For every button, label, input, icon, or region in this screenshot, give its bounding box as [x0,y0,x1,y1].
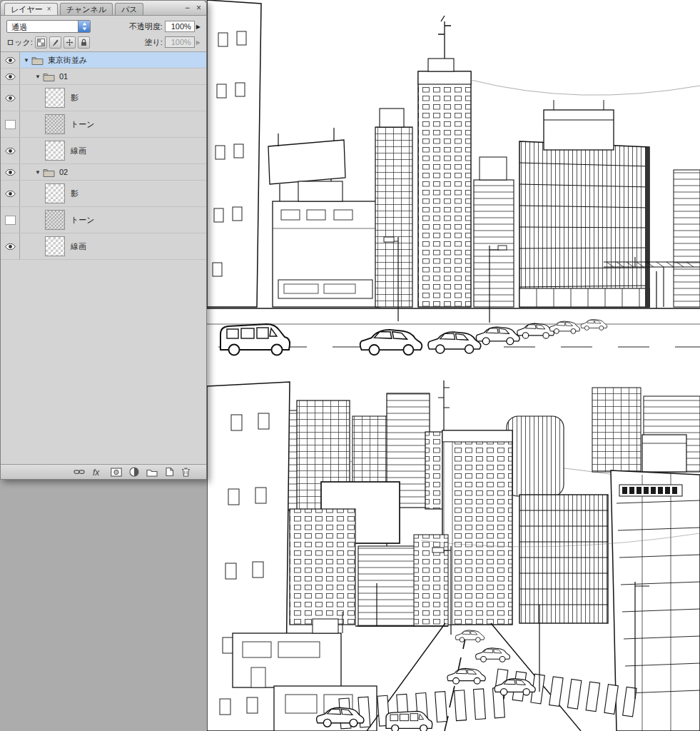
visibility-eye-icon[interactable] [1,52,20,68]
panel-minimize-icon[interactable]: − [185,3,190,13]
visibility-toggle-empty[interactable] [1,207,20,233]
layer-group-row[interactable]: ▼01 [1,69,206,85]
blend-mode-dropdown-icon[interactable] [78,21,90,32]
layer-thumbnail[interactable] [45,183,65,203]
tab-layers-label: レイヤー [11,5,43,14]
tab-channels-label: チャンネル [66,5,106,14]
tab-channels[interactable]: チャンネル [60,3,113,15]
visibility-toggle-empty[interactable] [1,111,20,137]
folder-icon [43,168,55,177]
tab-close-icon[interactable]: × [47,5,51,14]
new-layer-icon[interactable] [165,467,174,477]
layer-thumbnail[interactable] [45,236,65,256]
layer-thumbnail[interactable] [45,88,65,108]
lock-transparent-pixels-icon[interactable] [35,36,47,49]
layer-name: 線画 [71,241,86,252]
lock-label: ロック: [6,37,33,48]
new-adjustment-layer-icon[interactable] [129,467,139,477]
expand-triangle-icon[interactable]: ▼ [35,74,43,80]
layers-panel: レイヤー × チャンネル パス − × 通過 不透明度: 100% ▶ [0,0,207,480]
link-layers-icon[interactable] [73,468,85,476]
panel-close-icon[interactable]: × [196,3,201,13]
expand-triangle-icon[interactable]: ▼ [24,57,31,64]
city-intersection-lineart-svg [207,369,700,731]
layer-row[interactable]: トーン [1,207,206,233]
expand-triangle-icon[interactable]: ▼ [35,169,43,176]
layer-name: 影 [71,93,78,104]
layer-thumbnail[interactable] [45,210,65,230]
layer-name: 線画 [71,146,86,156]
layer-row[interactable]: 影 [1,85,206,111]
fill-input[interactable]: 100% [165,36,195,48]
document-canvas[interactable] [207,0,700,731]
visibility-eye-icon[interactable] [1,233,20,259]
layer-thumbnail[interactable] [45,114,65,134]
lock-image-pixels-icon[interactable] [49,36,61,49]
opacity-label: 不透明度: [129,21,163,32]
folder-icon [43,72,55,81]
city-street-lineart-svg [207,0,700,363]
panel-footer-bar: fx [1,464,206,479]
panel-tab-bar: レイヤー × チャンネル パス − × [1,1,206,16]
layer-name: 01 [59,72,68,81]
add-layer-mask-icon[interactable] [111,468,122,477]
tab-paths[interactable]: パス [115,3,144,15]
layer-row[interactable]: 線画 [1,138,206,164]
layer-name: トーン [71,215,95,226]
visibility-eye-icon[interactable] [1,138,20,163]
svg-text:fx: fx [93,468,100,477]
visibility-eye-icon[interactable] [1,85,20,111]
artwork-image-top [207,0,700,363]
fill-flyout-arrow-icon[interactable]: ▶ [196,39,201,46]
new-group-icon[interactable] [146,468,158,477]
layer-style-fx-icon[interactable]: fx [92,468,103,477]
delete-layer-icon[interactable] [181,467,191,477]
lock-position-icon[interactable] [64,36,76,49]
blend-mode-select[interactable]: 通過 [6,20,91,33]
lock-all-icon[interactable] [78,36,90,49]
opacity-input[interactable]: 100% [165,21,195,32]
layer-group-row[interactable]: ▼東京街並み [1,52,206,69]
tab-paths-label: パス [121,5,138,14]
layer-group-row[interactable]: ▼02 [1,164,206,181]
artwork-gap [207,363,700,369]
layer-row[interactable]: 影 [1,181,206,207]
layer-row[interactable]: トーン [1,111,206,138]
artwork-image-bottom [207,369,700,731]
visibility-eye-icon[interactable] [1,164,20,180]
opacity-flyout-arrow-icon[interactable]: ▶ [196,24,201,30]
layer-name: トーン [71,119,95,130]
layer-name: 東京街並み [48,55,87,66]
layer-name: 影 [71,188,78,199]
visibility-eye-icon[interactable] [1,181,20,206]
layer-name: 02 [59,168,68,176]
layer-row[interactable]: 線画 [1,233,206,260]
folder-icon [31,56,44,65]
layer-list: ▼東京街並み▼01影トーン線画▼02影トーン線画 [1,52,206,464]
tab-layers[interactable]: レイヤー × [4,3,58,15]
layer-thumbnail[interactable] [45,141,65,161]
panel-window-buttons: − × [185,3,201,13]
blend-mode-value: 通過 [7,21,78,32]
fill-label: 塗り: [145,37,163,48]
layer-controls: 通過 不透明度: 100% ▶ ロック: [1,16,206,52]
visibility-eye-icon[interactable] [1,69,20,84]
